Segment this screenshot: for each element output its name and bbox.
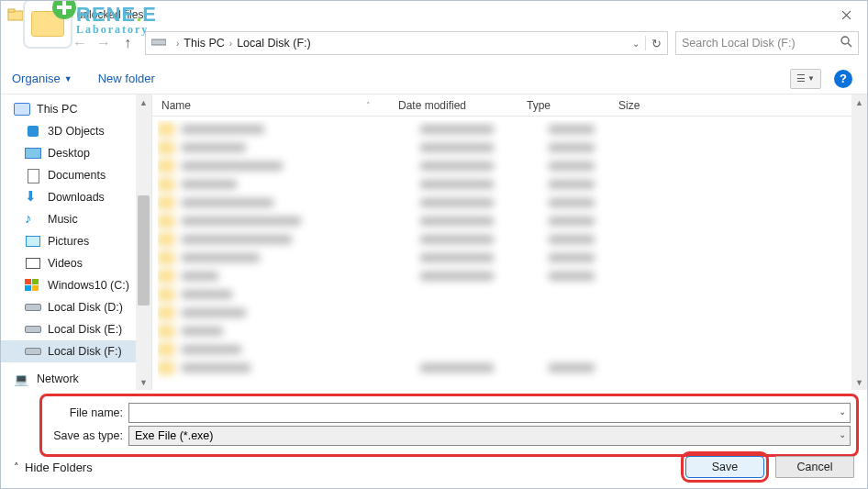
save-button[interactable]: Save: [685, 456, 764, 478]
tree-pictures[interactable]: Pictures: [1, 230, 151, 252]
windows-drive-icon: [25, 279, 41, 292]
drive-icon: [25, 345, 41, 358]
svg-line-4: [848, 43, 851, 47]
chevron-down-icon[interactable]: ⌄: [632, 39, 640, 49]
chevron-down-icon[interactable]: ⌄: [839, 406, 846, 417]
tree-documents[interactable]: Documents: [1, 164, 151, 186]
scroll-up-icon[interactable]: ▲: [851, 94, 867, 110]
drive-icon: [25, 323, 41, 336]
breadcrumb-local-disk-f[interactable]: Local Disk (F:): [237, 37, 311, 50]
chevron-up-icon: ˄: [14, 461, 19, 473]
sort-asc-icon: ˄: [366, 101, 371, 110]
scroll-up-icon[interactable]: ▲: [136, 94, 151, 110]
file-list-blurred: [158, 120, 849, 386]
search-icon: [840, 36, 852, 50]
drive-icon: [25, 301, 41, 314]
pc-icon: [14, 103, 30, 116]
view-mode-button[interactable]: ☰▼: [790, 69, 821, 89]
file-list: Name˄ Date modified Type Size: [152, 94, 867, 390]
titlebar: Save the unlocked files: [1, 1, 867, 28]
nav-forward-icon[interactable]: →: [94, 33, 114, 53]
column-headers: Name˄ Date modified Type Size: [152, 94, 867, 117]
filename-input[interactable]: ⌄: [128, 403, 851, 423]
filename-label: File name:: [48, 406, 123, 419]
window-title: Save the unlocked files: [30, 8, 143, 21]
col-size[interactable]: Size: [618, 99, 710, 112]
svg-rect-1: [8, 9, 15, 12]
breadcrumb-this-pc[interactable]: This PC: [184, 37, 224, 50]
downloads-icon: ⬇: [25, 191, 41, 204]
pictures-icon: [25, 235, 41, 248]
tree-desktop[interactable]: Desktop: [1, 142, 151, 164]
scroll-down-icon[interactable]: ▼: [136, 374, 151, 390]
videos-icon: [25, 257, 41, 270]
chevron-right-icon: ›: [229, 39, 232, 49]
tree-this-pc[interactable]: This PC: [1, 98, 151, 120]
search-placeholder: Search Local Disk (F:): [682, 37, 796, 50]
tree-windows-c[interactable]: Windows10 (C:): [1, 274, 151, 296]
tree-videos[interactable]: Videos: [1, 252, 151, 274]
cancel-button[interactable]: Cancel: [775, 456, 854, 478]
organise-menu[interactable]: Organise ▼: [12, 72, 72, 85]
refresh-icon[interactable]: ↻: [651, 37, 662, 50]
toolbar: Organise ▼ New folder ☰▼ ?: [1, 63, 867, 94]
svg-rect-2: [151, 39, 166, 45]
tree-scrollbar[interactable]: ▲ ▼: [136, 94, 151, 390]
tree-local-disk-f[interactable]: Local Disk (F:): [1, 340, 151, 362]
save-type-label: Save as type:: [48, 429, 123, 442]
close-button[interactable]: [826, 1, 867, 28]
nav-up-icon[interactable]: ↑: [117, 33, 138, 53]
tree-network[interactable]: 💻Network: [1, 368, 151, 390]
app-icon: [6, 6, 25, 24]
music-icon: ♪: [25, 213, 41, 226]
view-icon: ☰: [796, 72, 806, 84]
col-type[interactable]: Type: [527, 99, 618, 112]
network-icon: 💻: [14, 372, 30, 385]
scroll-thumb[interactable]: [138, 195, 150, 306]
drive-icon: [151, 37, 166, 50]
desktop-icon: [25, 147, 41, 160]
nav-tree: This PC 3D Objects Desktop Documents ⬇Do…: [1, 94, 152, 390]
col-name[interactable]: Name˄: [161, 99, 398, 112]
chevron-right-icon: ›: [176, 39, 179, 49]
search-input[interactable]: Search Local Disk (F:): [675, 31, 859, 55]
scroll-down-icon[interactable]: ▼: [851, 374, 867, 390]
hide-folders-button[interactable]: ˄ Hide Folders: [14, 461, 93, 474]
chevron-down-icon: ▼: [64, 74, 72, 83]
list-scrollbar[interactable]: ▲ ▼: [851, 94, 867, 390]
help-button[interactable]: ?: [834, 70, 852, 88]
col-date[interactable]: Date modified: [398, 99, 527, 112]
save-dialog-window: Save the unlocked files RENE.E Laborator…: [0, 0, 868, 489]
nav-buttons: ← → ↑: [70, 33, 138, 53]
tree-downloads[interactable]: ⬇Downloads: [1, 186, 151, 208]
save-type-select[interactable]: Exe File (*.exe) ⌄: [128, 426, 851, 446]
documents-icon: [25, 169, 41, 182]
tree-local-disk-d[interactable]: Local Disk (D:): [1, 296, 151, 318]
objects-icon: [25, 125, 41, 138]
new-folder-button[interactable]: New folder: [98, 72, 155, 85]
breadcrumb-bar[interactable]: › This PC › Local Disk (F:) ⌄ ↻: [145, 31, 668, 55]
svg-point-3: [841, 37, 849, 44]
tree-music[interactable]: ♪Music: [1, 208, 151, 230]
address-bar-row: ← → ↑ › This PC › Local Disk (F:) ⌄ ↻ Se…: [70, 28, 859, 58]
nav-back-icon[interactable]: ←: [70, 33, 90, 53]
tree-3d-objects[interactable]: 3D Objects: [1, 120, 151, 142]
dialog-footer: ˄ Hide Folders Save Cancel: [1, 446, 867, 488]
tree-local-disk-e[interactable]: Local Disk (E:): [1, 318, 151, 340]
chevron-down-icon[interactable]: ⌄: [839, 429, 846, 439]
